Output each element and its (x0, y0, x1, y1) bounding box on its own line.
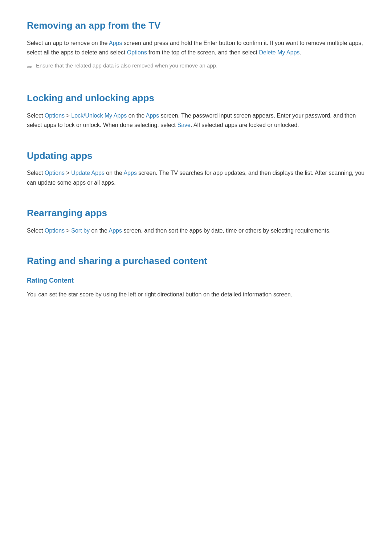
link-options-3[interactable]: Options (45, 170, 65, 176)
section-title-locking-apps: Locking and unlocking apps (27, 87, 365, 106)
subsection-title-rating-content: Rating Content (27, 274, 365, 286)
section-rearranging-apps: Rearranging apps Select Options > Sort b… (27, 202, 365, 235)
body-text-removing-app: Select an app to remove on the Apps scre… (27, 38, 365, 58)
subsection-rating-content: Rating Content You can set the star scor… (27, 274, 365, 300)
section-title-rearranging-apps: Rearranging apps (27, 202, 365, 221)
body-text-locking-apps: Select Options > Lock/Unlock My Apps on … (27, 111, 365, 130)
section-title-removing-app: Removing an app from the TV (27, 15, 365, 33)
link-save[interactable]: Save (177, 122, 190, 128)
link-options-2[interactable]: Options (45, 112, 65, 119)
link-lock-unlock[interactable]: Lock/Unlock My Apps (71, 112, 127, 119)
link-delete-my-apps[interactable]: Delete My Apps (259, 49, 300, 56)
section-updating-apps: Updating apps Select Options > Update Ap… (27, 145, 365, 188)
note-text-removing-app: Ensure that the related app data is also… (36, 62, 217, 70)
section-locking-apps: Locking and unlocking apps Select Option… (27, 87, 365, 130)
body-text-rearranging-apps: Select Options > Sort by on the Apps scr… (27, 226, 365, 235)
body-text-rating-content: You can set the star score by using the … (27, 290, 365, 299)
link-update-apps[interactable]: Update Apps (71, 170, 105, 176)
link-apps-1[interactable]: Apps (109, 40, 122, 46)
section-title-updating-apps: Updating apps (27, 145, 365, 164)
link-apps-2[interactable]: Apps (146, 112, 159, 119)
section-removing-app: Removing an app from the TV Select an ap… (27, 15, 365, 73)
section-title-rating-sharing: Rating and sharing a purchased content (27, 250, 365, 269)
note-icon-pencil: ✏ (27, 62, 32, 73)
link-options-1[interactable]: Options (127, 49, 147, 56)
body-text-updating-apps: Select Options > Update Apps on the Apps… (27, 168, 365, 188)
link-options-4[interactable]: Options (45, 227, 65, 234)
note-block-removing-app: ✏ Ensure that the related app data is al… (27, 62, 365, 73)
section-rating-sharing: Rating and sharing a purchased content R… (27, 250, 365, 300)
link-sort-by[interactable]: Sort by (71, 227, 90, 234)
link-apps-4[interactable]: Apps (109, 227, 122, 234)
link-apps-3[interactable]: Apps (123, 170, 136, 176)
